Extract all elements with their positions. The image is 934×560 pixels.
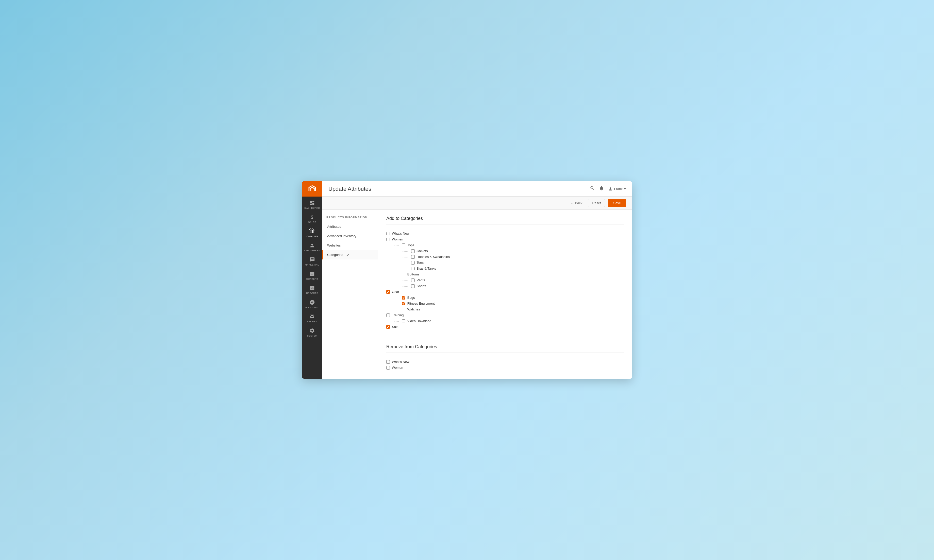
user-name: Frank xyxy=(614,187,623,191)
women-label[interactable]: Women xyxy=(392,237,403,241)
remove-categories-title: Remove from Categories xyxy=(386,344,624,353)
bras-checkbox[interactable] xyxy=(411,267,415,270)
sales-icon xyxy=(310,214,315,220)
hoodies-checkbox[interactable] xyxy=(411,255,415,259)
rc-whats-new-label[interactable]: What's New xyxy=(392,360,409,364)
side-nav-item-websites[interactable]: Websites xyxy=(322,241,378,250)
list-item: - - - - - Pants xyxy=(386,277,624,283)
sidebar-item-label: DASHBOARD xyxy=(304,207,320,209)
notification-bell-icon[interactable] xyxy=(599,186,604,192)
bags-checkbox[interactable] xyxy=(402,296,405,300)
sidebar-item-stores[interactable]: STORES xyxy=(302,311,322,325)
side-nav-item-categories[interactable]: Categories xyxy=(322,250,378,260)
gear-label[interactable]: Gear xyxy=(392,290,399,294)
training-label[interactable]: Training xyxy=(392,313,404,317)
whats-new-label[interactable]: What's New xyxy=(392,232,409,235)
reports-icon xyxy=(310,285,315,291)
bottoms-checkbox[interactable] xyxy=(402,273,405,276)
gear-checkbox[interactable] xyxy=(386,290,390,294)
dashed-connector: - - - - xyxy=(395,302,399,305)
pants-checkbox[interactable] xyxy=(411,278,415,282)
sidebar-item-marketing[interactable]: MARKETING xyxy=(302,254,322,269)
logo[interactable] xyxy=(302,182,322,197)
bottoms-label[interactable]: Bottoms xyxy=(407,272,419,276)
remove-categories-list: What's New Women xyxy=(386,357,624,372)
search-icon[interactable] xyxy=(590,186,595,192)
list-item: - - - - Bottoms xyxy=(386,271,624,277)
rc-whats-new-checkbox[interactable] xyxy=(386,360,390,364)
sidebar-item-customers[interactable]: CUSTOMERS xyxy=(302,240,322,254)
rc-women-checkbox[interactable] xyxy=(386,366,390,369)
tees-label[interactable]: Tees xyxy=(417,261,424,265)
dashed-connector: - - - - - xyxy=(402,249,408,252)
list-item: - - - - Video Download xyxy=(386,318,624,324)
edit-icon xyxy=(346,253,350,257)
training-checkbox[interactable] xyxy=(386,314,390,317)
back-button[interactable]: ← Back xyxy=(567,200,585,206)
user-menu[interactable]: Frank ▾ xyxy=(608,187,626,191)
sidebar-item-catalog[interactable]: CATALOG xyxy=(302,226,322,240)
header-actions: Frank ▾ xyxy=(590,186,626,192)
women-checkbox[interactable] xyxy=(386,238,390,241)
jackets-label[interactable]: Jackets xyxy=(417,249,428,253)
body-layout: PRODUCTS INFORMATION Attributes Advanced… xyxy=(322,210,632,378)
list-item: What's New xyxy=(386,231,624,236)
list-item: - - - - - Tees xyxy=(386,260,624,266)
tops-checkbox[interactable] xyxy=(402,243,405,247)
watches-checkbox[interactable] xyxy=(402,308,405,311)
hoodies-label[interactable]: Hoodies & Sweatshirts xyxy=(417,255,450,259)
form-area: Add to Categories What's New Women - - xyxy=(378,210,632,378)
fitness-checkbox[interactable] xyxy=(402,302,405,305)
sidebar-item-label: CATALOG xyxy=(306,235,318,238)
sidebar-item-reports[interactable]: REPORTS xyxy=(302,283,322,297)
video-download-label[interactable]: Video Download xyxy=(407,319,431,323)
back-arrow-icon: ← xyxy=(570,201,573,205)
list-item: Women xyxy=(386,236,624,242)
sidebar-item-system[interactable]: SYSTEM xyxy=(302,325,322,340)
sale-checkbox[interactable] xyxy=(386,325,390,329)
pants-label[interactable]: Pants xyxy=(417,278,425,282)
catalog-icon xyxy=(310,229,315,234)
dashed-connector: - - - - - xyxy=(402,285,408,288)
sidebar-item-label: SALES xyxy=(308,221,316,223)
sidebar-item-content[interactable]: CONTENT xyxy=(302,269,322,283)
watches-label[interactable]: Watches xyxy=(407,308,420,311)
tops-label[interactable]: Tops xyxy=(407,243,414,247)
sidebar-item-label: MARKETING xyxy=(305,263,319,266)
top-header: Update Attributes Frank ▾ xyxy=(322,182,632,197)
sidebar-item-label: MOOGENTO xyxy=(305,306,319,309)
sidebar-item-label: CUSTOMERS xyxy=(304,249,320,252)
save-button[interactable]: Save xyxy=(608,199,626,207)
whats-new-checkbox[interactable] xyxy=(386,232,390,235)
side-nav-item-advanced-inventory[interactable]: Advanced Inventory xyxy=(322,231,378,241)
reset-button[interactable]: Reset xyxy=(588,199,605,207)
list-item: Gear xyxy=(386,289,624,295)
dashed-connector: - - - - xyxy=(395,320,399,323)
shorts-label[interactable]: Shorts xyxy=(417,284,426,288)
magento-logo-icon xyxy=(308,185,317,194)
rc-women-label[interactable]: Women xyxy=(392,366,403,369)
list-item: - - - - - Jackets xyxy=(386,248,624,254)
video-download-checkbox[interactable] xyxy=(402,319,405,323)
bags-label[interactable]: Bags xyxy=(407,296,415,300)
sidebar-item-dashboard[interactable]: DASHBOARD xyxy=(302,198,322,212)
dashed-connector: - - - - xyxy=(395,296,399,299)
list-item: Women xyxy=(386,365,624,371)
jackets-checkbox[interactable] xyxy=(411,249,415,253)
sidebar-item-label: REPORTS xyxy=(306,292,318,294)
fitness-label[interactable]: Fitness Equipment xyxy=(407,302,435,305)
user-avatar-icon xyxy=(608,187,613,191)
list-item: - - - - - Hoodies & Sweatshirts xyxy=(386,254,624,260)
tees-checkbox[interactable] xyxy=(411,261,415,265)
dashed-connector: - - - - - xyxy=(402,279,408,282)
sidebar-item-moogento[interactable]: MOOGENTO xyxy=(302,297,322,311)
user-dropdown-icon: ▾ xyxy=(624,187,626,191)
dashed-connector: - - - - - xyxy=(402,261,408,264)
sidebar-item-sales[interactable]: SALES xyxy=(302,212,322,226)
side-nav-item-attributes[interactable]: Attributes xyxy=(322,222,378,231)
dashboard-icon xyxy=(310,200,315,206)
shorts-checkbox[interactable] xyxy=(411,284,415,288)
sale-label[interactable]: Sale xyxy=(392,325,398,329)
dashed-connector: - - - - - xyxy=(402,255,408,258)
bras-label[interactable]: Bras & Tanks xyxy=(417,266,436,270)
